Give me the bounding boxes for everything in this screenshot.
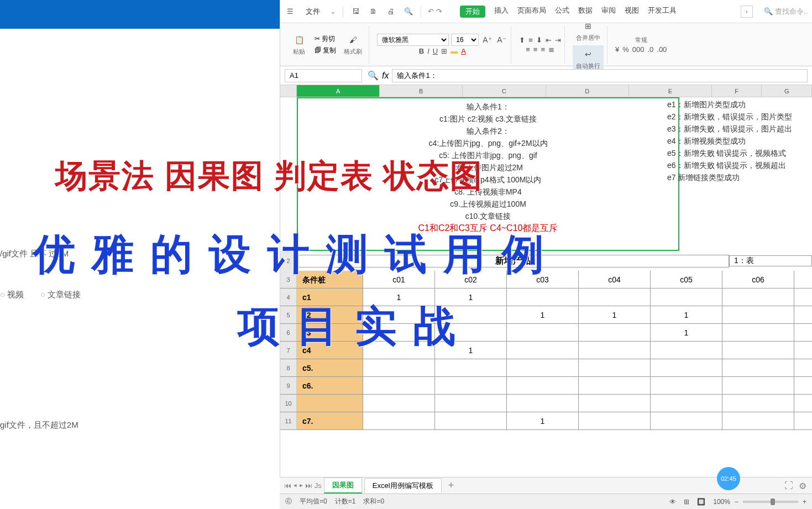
more-tabs-icon[interactable]: ›: [741, 6, 753, 18]
sheet-tab-active[interactable]: 因果图: [324, 477, 362, 494]
save-as-icon[interactable]: 🗎: [368, 6, 379, 17]
align-right-icon[interactable]: ≡: [541, 45, 545, 54]
table-cell[interactable]: 1: [651, 324, 722, 341]
indent-right-icon[interactable]: ⇥: [555, 36, 561, 44]
align-mid-icon[interactable]: ≡: [528, 36, 533, 44]
table-cell[interactable]: 1: [435, 342, 507, 359]
col-G[interactable]: G: [762, 85, 812, 97]
table-cell[interactable]: [579, 342, 651, 359]
th[interactable]: c05: [651, 271, 722, 288]
expand-icon[interactable]: ⛶: [784, 481, 793, 491]
inc-decimal-icon[interactable]: .0: [647, 45, 653, 54]
table-cell[interactable]: [579, 359, 651, 376]
cut-button[interactable]: ✂ 剪切: [315, 34, 336, 44]
table-cell[interactable]: [722, 306, 794, 323]
table-cell[interactable]: [435, 377, 507, 394]
table-cell[interactable]: [579, 377, 651, 394]
table-cell[interactable]: 1: [363, 288, 435, 306]
command-search[interactable]: 🔍 查找命令..: [764, 7, 808, 17]
row-num[interactable]: 10: [280, 395, 297, 412]
zoom-out-icon[interactable]: −: [735, 498, 738, 506]
tab-data[interactable]: 数据: [578, 6, 593, 18]
col-B[interactable]: B: [380, 85, 463, 97]
table-cell[interactable]: [507, 359, 579, 376]
wrap-text-button[interactable]: ↩ 自动换行: [573, 45, 604, 72]
save-icon[interactable]: 🖫: [350, 6, 361, 17]
hamburger-icon[interactable]: ☰: [285, 6, 296, 17]
th[interactable]: c06: [722, 271, 794, 288]
cond-label[interactable]: c3: [297, 324, 363, 341]
cond-label[interactable]: c5.: [297, 359, 363, 376]
table-cell[interactable]: [722, 412, 794, 429]
row-num[interactable]: 5: [280, 306, 297, 323]
table-cell[interactable]: [507, 324, 579, 341]
table-cell[interactable]: [363, 395, 435, 412]
table-cell[interactable]: [507, 342, 579, 359]
align-left-icon[interactable]: ≡: [526, 45, 530, 54]
name-box[interactable]: A1: [285, 69, 362, 82]
table-cell[interactable]: [579, 324, 651, 341]
row-num[interactable]: 9: [280, 377, 297, 394]
table-cell[interactable]: [435, 412, 507, 429]
table-cell[interactable]: [651, 395, 722, 412]
zoom-control[interactable]: 100% − +: [713, 498, 806, 506]
cr-icon[interactable]: ⓒ: [285, 497, 292, 506]
table-cell[interactable]: [722, 359, 794, 376]
sheet-nav[interactable]: ⏮ ◀ ▶ ⏭: [284, 481, 312, 490]
th[interactable]: c01: [363, 271, 435, 288]
cond-label[interactable]: c2: [297, 306, 363, 323]
table-cell[interactable]: [435, 306, 507, 323]
dec-decimal-icon[interactable]: .00: [657, 45, 667, 54]
table-cell[interactable]: 1: [579, 306, 651, 323]
table-cell[interactable]: [363, 324, 435, 341]
align-top-icon[interactable]: ⬆: [519, 36, 525, 44]
table-cell[interactable]: [579, 412, 651, 429]
copy-button[interactable]: 🗐 复制: [315, 46, 336, 55]
grid-view-icon[interactable]: ⊞: [684, 498, 689, 506]
table-cell[interactable]: [435, 395, 507, 412]
tab-start[interactable]: 开始: [460, 6, 485, 18]
th[interactable]: 条件桩: [297, 271, 363, 288]
th[interactable]: c04: [579, 271, 651, 288]
decrease-font-icon[interactable]: A⁻: [495, 34, 507, 46]
fx-icon[interactable]: fx: [382, 71, 389, 81]
table-cell[interactable]: [722, 324, 794, 341]
comma-icon[interactable]: 000: [632, 45, 645, 54]
table-cell[interactable]: [363, 359, 435, 376]
table-cell[interactable]: [363, 306, 435, 323]
settings-icon[interactable]: ⚙: [799, 481, 806, 491]
row-num[interactable]: 2: [280, 251, 297, 271]
col-A[interactable]: A: [297, 85, 380, 97]
table-cell[interactable]: 1: [435, 288, 507, 306]
preview-icon[interactable]: 🔍: [403, 6, 414, 17]
merge-center-button[interactable]: ⊞ 合并居中: [573, 17, 604, 44]
table-cell[interactable]: 1: [651, 306, 722, 323]
radio-link[interactable]: 文章链接: [40, 290, 81, 300]
table-cell[interactable]: [651, 342, 722, 359]
row-num[interactable]: 4: [280, 288, 297, 306]
table-cell[interactable]: [435, 324, 507, 341]
col-F[interactable]: F: [712, 85, 762, 97]
tab-view[interactable]: 视图: [625, 6, 639, 18]
percent-icon[interactable]: %: [622, 45, 629, 54]
currency-icon[interactable]: ¥: [615, 45, 619, 54]
formula-input[interactable]: [392, 69, 808, 82]
sheet-grid[interactable]: 输入条件1： c1:图片 c2:视频 c3.文章链接 输入条件2： c4:上传图…: [280, 97, 812, 451]
tab-layout[interactable]: 页面布局: [517, 6, 546, 18]
increase-font-icon[interactable]: A⁺: [481, 34, 493, 46]
table-cell[interactable]: [722, 377, 794, 394]
row-num[interactable]: 7: [280, 342, 297, 359]
col-D[interactable]: D: [546, 85, 629, 97]
sheet-tab-other[interactable]: Excel用例编写模板: [364, 478, 442, 493]
font-name-select[interactable]: 微软雅黑: [377, 34, 449, 46]
dist-icon[interactable]: ≣: [548, 45, 554, 54]
table-extra[interactable]: 1：表: [729, 255, 812, 266]
tab-dev[interactable]: 开发工具: [648, 6, 677, 18]
add-sheet-button[interactable]: +: [444, 480, 459, 491]
italic-button[interactable]: I: [427, 47, 429, 55]
print-icon[interactable]: 🖨: [385, 6, 396, 17]
format-painter[interactable]: 🖌 格式刷: [340, 31, 365, 58]
cond-label[interactable]: c6.: [297, 377, 363, 394]
zoom-slider[interactable]: [743, 501, 798, 503]
page-view-icon[interactable]: 🔲: [697, 498, 705, 506]
